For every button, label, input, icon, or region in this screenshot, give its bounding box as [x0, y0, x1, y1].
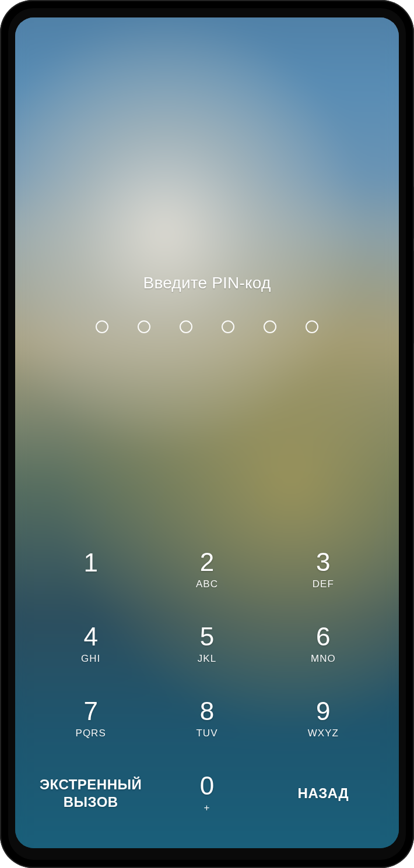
key-letters: GHI — [81, 653, 100, 665]
emergency-call-button[interactable]: ЭКСТРЕННЫЙ ВЫЗОВ — [33, 756, 149, 831]
phone-frame: Введите PIN-код 1 2 — [0, 0, 414, 868]
key-digit: 3 — [316, 549, 330, 575]
key-9[interactable]: 9 WXYZ — [265, 682, 381, 756]
phone-bezel: Введите PIN-код 1 2 — [8, 8, 406, 860]
key-letters: TUV — [196, 728, 217, 739]
emergency-call-label: ЭКСТРЕННЫЙ ВЫЗОВ — [40, 776, 142, 811]
key-digit: 0 — [200, 773, 214, 799]
pin-dot — [96, 320, 108, 333]
key-2[interactable]: 2 ABC — [149, 532, 265, 607]
key-letters: + — [204, 802, 210, 814]
key-digit: 5 — [200, 624, 214, 650]
key-0[interactable]: 0 + — [149, 756, 265, 831]
key-digit: 9 — [316, 698, 330, 724]
pin-dots — [15, 320, 399, 333]
key-8[interactable]: 8 TUV — [149, 682, 265, 756]
key-digit: 2 — [200, 549, 214, 575]
back-button[interactable]: НАЗАД — [265, 756, 381, 831]
key-letters: MNO — [311, 653, 336, 665]
key-digit: 7 — [83, 698, 97, 724]
key-5[interactable]: 5 JKL — [149, 607, 265, 682]
pin-dot — [264, 320, 276, 333]
pin-dot — [222, 320, 234, 333]
pin-dot — [138, 320, 150, 333]
key-letters: WXYZ — [308, 728, 339, 739]
key-3[interactable]: 3 DEF — [265, 532, 381, 607]
keypad: 1 2 ABC 3 DEF 4 GHI — [15, 532, 399, 848]
pin-prompt: Введите PIN-код — [15, 274, 399, 292]
key-digit: 4 — [83, 624, 97, 650]
key-digit: 1 — [83, 550, 97, 576]
key-digit: 8 — [200, 698, 214, 724]
pin-dot — [306, 320, 318, 333]
key-letters: DEF — [313, 578, 334, 590]
key-letters: PQRS — [76, 728, 106, 739]
lock-screen: Введите PIN-код 1 2 — [15, 17, 399, 848]
pin-dot — [180, 320, 192, 333]
key-4[interactable]: 4 GHI — [33, 607, 149, 682]
key-letters: JKL — [198, 653, 216, 665]
back-label: НАЗАД — [298, 785, 349, 802]
key-6[interactable]: 6 MNO — [265, 607, 381, 682]
key-1[interactable]: 1 — [33, 532, 149, 607]
key-letters: ABC — [196, 578, 218, 590]
key-7[interactable]: 7 PQRS — [33, 682, 149, 756]
key-digit: 6 — [316, 624, 330, 650]
